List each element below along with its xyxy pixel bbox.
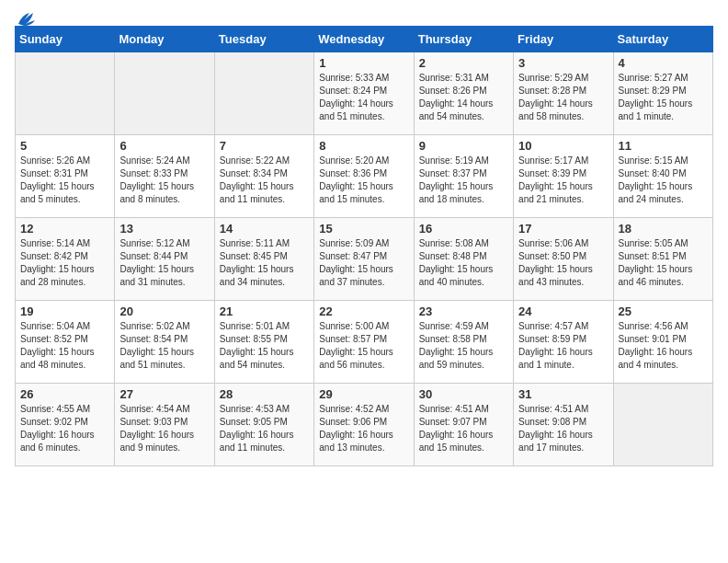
header-thursday: Thursday — [414, 27, 513, 52]
day-info: Sunrise: 4:51 AM Sunset: 9:08 PM Dayligh… — [518, 403, 608, 454]
day-number: 16 — [419, 222, 508, 236]
daylight-text: Daylight: 16 hours and 6 minutes. — [20, 429, 109, 454]
sunset-text: Sunset: 8:36 PM — [319, 167, 408, 180]
sunrise-text: Sunrise: 4:59 AM — [419, 320, 508, 333]
sunset-text: Sunset: 8:59 PM — [518, 333, 608, 346]
day-info: Sunrise: 5:11 AM Sunset: 8:45 PM Dayligh… — [220, 237, 309, 289]
day-number: 15 — [319, 222, 408, 236]
day-info: Sunrise: 5:31 AM Sunset: 8:26 PM Dayligh… — [419, 72, 508, 123]
header-sunday: Sunday — [16, 27, 115, 52]
sunrise-text: Sunrise: 4:54 AM — [119, 403, 209, 416]
calendar-cell: 14 Sunrise: 5:11 AM Sunset: 8:45 PM Dayl… — [214, 218, 313, 301]
sunset-text: Sunset: 8:50 PM — [518, 250, 608, 263]
day-info: Sunrise: 4:53 AM Sunset: 9:05 PM Dayligh… — [220, 403, 309, 454]
sunrise-text: Sunrise: 5:29 AM — [518, 72, 608, 85]
sunrise-text: Sunrise: 5:09 AM — [319, 237, 408, 250]
day-number: 1 — [319, 56, 408, 70]
calendar-cell: 11 Sunrise: 5:15 AM Sunset: 8:40 PM Dayl… — [613, 135, 712, 218]
calendar-cell: 23 Sunrise: 4:59 AM Sunset: 8:58 PM Dayl… — [414, 301, 513, 384]
sunset-text: Sunset: 8:29 PM — [619, 85, 708, 98]
sunrise-text: Sunrise: 5:31 AM — [419, 72, 508, 85]
calendar-cell: 6 Sunrise: 5:24 AM Sunset: 8:33 PM Dayli… — [115, 135, 214, 218]
daylight-text: Daylight: 15 hours and 37 minutes. — [319, 263, 408, 289]
calendar-cell: 12 Sunrise: 5:14 AM Sunset: 8:42 PM Dayl… — [16, 218, 115, 301]
day-number: 21 — [220, 304, 309, 318]
logo — [15, 15, 37, 22]
sunrise-text: Sunrise: 5:00 AM — [319, 320, 408, 333]
sunset-text: Sunset: 8:26 PM — [419, 85, 508, 98]
daylight-text: Daylight: 15 hours and 51 minutes. — [119, 346, 209, 372]
day-info: Sunrise: 5:27 AM Sunset: 8:29 PM Dayligh… — [619, 72, 708, 123]
day-info: Sunrise: 5:15 AM Sunset: 8:40 PM Dayligh… — [619, 155, 708, 206]
calendar-cell: 19 Sunrise: 5:04 AM Sunset: 8:52 PM Dayl… — [16, 301, 115, 384]
daylight-text: Daylight: 15 hours and 40 minutes. — [419, 263, 508, 289]
day-number: 30 — [419, 387, 508, 401]
daylight-text: Daylight: 15 hours and 11 minutes. — [220, 180, 309, 206]
daylight-text: Daylight: 15 hours and 15 minutes. — [319, 180, 408, 206]
daylight-text: Daylight: 15 hours and 56 minutes. — [319, 346, 408, 372]
daylight-text: Daylight: 16 hours and 15 minutes. — [419, 429, 508, 454]
daylight-text: Daylight: 15 hours and 8 minutes. — [119, 180, 209, 206]
week-row-4: 19 Sunrise: 5:04 AM Sunset: 8:52 PM Dayl… — [16, 301, 713, 384]
calendar-cell: 8 Sunrise: 5:20 AM Sunset: 8:36 PM Dayli… — [314, 135, 414, 218]
daylight-text: Daylight: 16 hours and 1 minute. — [518, 346, 608, 372]
calendar-cell: 1 Sunrise: 5:33 AM Sunset: 8:24 PM Dayli… — [314, 52, 414, 135]
sunset-text: Sunset: 9:05 PM — [220, 416, 309, 429]
day-info: Sunrise: 5:22 AM Sunset: 8:34 PM Dayligh… — [220, 155, 309, 206]
calendar-cell: 3 Sunrise: 5:29 AM Sunset: 8:28 PM Dayli… — [514, 52, 613, 135]
day-number: 12 — [20, 222, 109, 236]
calendar-cell: 9 Sunrise: 5:19 AM Sunset: 8:37 PM Dayli… — [414, 135, 513, 218]
day-info: Sunrise: 5:08 AM Sunset: 8:48 PM Dayligh… — [419, 237, 508, 289]
sunset-text: Sunset: 8:24 PM — [319, 85, 408, 98]
daylight-text: Daylight: 15 hours and 5 minutes. — [20, 180, 109, 206]
sunrise-text: Sunrise: 4:56 AM — [619, 320, 708, 333]
header-tuesday: Tuesday — [214, 27, 313, 52]
daylight-text: Daylight: 14 hours and 54 minutes. — [419, 98, 508, 123]
sunrise-text: Sunrise: 5:06 AM — [518, 237, 608, 250]
calendar-table: SundayMondayTuesdayWednesdayThursdayFrid… — [15, 26, 713, 466]
day-number: 18 — [619, 222, 708, 236]
day-number: 26 — [20, 387, 109, 401]
page-header — [15, 15, 713, 22]
calendar-cell — [613, 384, 712, 466]
calendar-cell — [115, 52, 214, 135]
sunrise-text: Sunrise: 5:33 AM — [319, 72, 408, 85]
calendar-cell: 24 Sunrise: 4:57 AM Sunset: 8:59 PM Dayl… — [514, 301, 613, 384]
day-info: Sunrise: 5:00 AM Sunset: 8:57 PM Dayligh… — [319, 320, 408, 372]
day-info: Sunrise: 4:59 AM Sunset: 8:58 PM Dayligh… — [419, 320, 508, 372]
day-info: Sunrise: 5:29 AM Sunset: 8:28 PM Dayligh… — [518, 72, 608, 123]
day-number: 13 — [119, 222, 209, 236]
sunset-text: Sunset: 8:42 PM — [20, 250, 109, 263]
daylight-text: Daylight: 15 hours and 59 minutes. — [419, 346, 508, 372]
day-info: Sunrise: 5:02 AM Sunset: 8:54 PM Dayligh… — [119, 320, 209, 372]
daylight-text: Daylight: 15 hours and 28 minutes. — [20, 263, 109, 289]
day-info: Sunrise: 4:55 AM Sunset: 9:02 PM Dayligh… — [20, 403, 109, 454]
day-info: Sunrise: 5:06 AM Sunset: 8:50 PM Dayligh… — [518, 237, 608, 289]
day-number: 8 — [319, 139, 408, 153]
sunrise-text: Sunrise: 4:51 AM — [419, 403, 508, 416]
sunrise-text: Sunrise: 5:17 AM — [518, 155, 608, 167]
day-info: Sunrise: 5:09 AM Sunset: 8:47 PM Dayligh… — [319, 237, 408, 289]
calendar-cell: 28 Sunrise: 4:53 AM Sunset: 9:05 PM Dayl… — [214, 384, 313, 466]
day-number: 29 — [319, 387, 408, 401]
sunrise-text: Sunrise: 5:26 AM — [20, 155, 109, 167]
day-info: Sunrise: 5:20 AM Sunset: 8:36 PM Dayligh… — [319, 155, 408, 206]
daylight-text: Daylight: 15 hours and 1 minute. — [619, 98, 708, 123]
day-info: Sunrise: 5:05 AM Sunset: 8:51 PM Dayligh… — [619, 237, 708, 289]
day-number: 14 — [220, 222, 309, 236]
sunset-text: Sunset: 8:47 PM — [319, 250, 408, 263]
sunset-text: Sunset: 8:51 PM — [619, 250, 708, 263]
daylight-text: Daylight: 15 hours and 18 minutes. — [419, 180, 508, 206]
day-number: 4 — [619, 56, 708, 70]
sunrise-text: Sunrise: 5:19 AM — [419, 155, 508, 167]
day-number: 28 — [220, 387, 309, 401]
sunset-text: Sunset: 8:31 PM — [20, 167, 109, 180]
sunset-text: Sunset: 8:44 PM — [119, 250, 209, 263]
sunset-text: Sunset: 8:28 PM — [518, 85, 608, 98]
calendar-cell: 4 Sunrise: 5:27 AM Sunset: 8:29 PM Dayli… — [613, 52, 712, 135]
calendar-cell: 2 Sunrise: 5:31 AM Sunset: 8:26 PM Dayli… — [414, 52, 513, 135]
daylight-text: Daylight: 15 hours and 48 minutes. — [20, 346, 109, 372]
calendar-cell — [214, 52, 313, 135]
sunrise-text: Sunrise: 4:57 AM — [518, 320, 608, 333]
day-info: Sunrise: 4:56 AM Sunset: 9:01 PM Dayligh… — [619, 320, 708, 372]
